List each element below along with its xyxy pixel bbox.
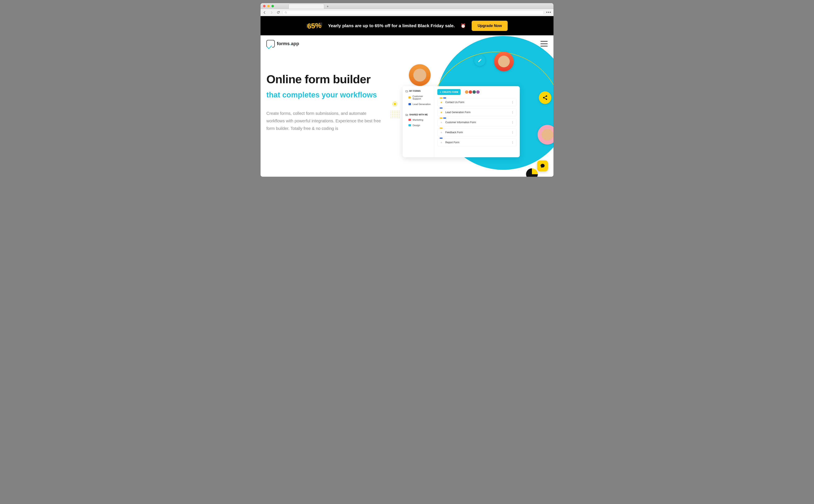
avatar xyxy=(465,90,468,94)
form-name: Contact Us Form xyxy=(445,101,464,104)
orbit-node xyxy=(393,102,397,106)
browser-window: + ••• 65% Yearly plans are up to 65% off… xyxy=(260,3,554,177)
hero-copy: Online form builder that completes your … xyxy=(266,47,398,174)
svg-point-2 xyxy=(543,97,545,98)
star-icon[interactable]: ★ xyxy=(440,121,443,124)
sidebar-section-my-forms: MY FORMS xyxy=(402,89,434,93)
browser-titlebar: + xyxy=(260,3,554,9)
app-mock-panel: MY FORMS Customer SupportLead Generation… xyxy=(402,86,520,157)
avatar xyxy=(469,90,472,94)
promo-discount-badge: 65% xyxy=(306,21,322,31)
avatar xyxy=(494,52,514,71)
form-card[interactable]: ★ Customer Information Form ⋮ xyxy=(437,118,517,126)
hero-section: Online form builder that completes your … xyxy=(260,47,554,174)
sidebar-section-label: SHARED WITH ME xyxy=(409,114,428,116)
sidebar-shared-list: MarketingDesign xyxy=(402,117,434,128)
status-bars xyxy=(440,107,443,109)
hero-subhead: that completes your workflows xyxy=(266,90,398,100)
address-bar[interactable] xyxy=(283,10,544,15)
more-options-button[interactable]: ⋮ xyxy=(511,121,514,124)
back-button[interactable] xyxy=(263,11,267,14)
hero-headline: Online form builder xyxy=(266,73,398,86)
form-list: ★ Contact Us Form ⋮ ★ Lead Generation Fo… xyxy=(437,98,517,146)
promo-text: Yearly plans are up to 65% off for a lim… xyxy=(328,23,455,28)
browser-menu-button[interactable]: ••• xyxy=(546,10,551,15)
close-window-button[interactable] xyxy=(263,5,265,7)
svg-point-0 xyxy=(285,12,287,13)
form-card[interactable]: ★ Lead Generation Form ⋮ xyxy=(437,108,517,116)
sidebar-item-label: Lead Generation xyxy=(413,103,431,105)
star-icon[interactable]: ★ xyxy=(440,141,443,144)
brand-name-prefix: forms xyxy=(277,41,289,46)
reload-button[interactable] xyxy=(276,11,280,14)
menu-button[interactable] xyxy=(541,41,548,46)
form-name: Customer Information Form xyxy=(445,121,476,124)
create-form-button[interactable]: + CREATE FORM xyxy=(437,89,461,95)
sidebar-item[interactable]: Design xyxy=(402,123,434,128)
app-sidebar: MY FORMS Customer SupportLead Generation… xyxy=(402,86,434,157)
brand-logo[interactable]: forms.app xyxy=(266,40,299,47)
browser-tab[interactable] xyxy=(288,4,324,9)
hero-illustration: MY FORMS Customer SupportLead Generation… xyxy=(398,47,554,174)
sidebar-item[interactable]: Customer Support xyxy=(402,93,434,101)
form-card[interactable]: ★ Contact Us Form ⋮ xyxy=(437,98,517,106)
create-form-label: CREATE FORM xyxy=(442,91,458,93)
status-bars xyxy=(440,128,443,129)
sidebar-section-label: MY FORMS xyxy=(409,90,421,92)
form-name: Feedback Form xyxy=(445,131,463,134)
sidebar-item[interactable]: Lead Generation xyxy=(402,101,434,107)
svg-point-1 xyxy=(546,95,547,97)
svg-point-3 xyxy=(546,98,547,100)
folder-icon xyxy=(409,119,411,121)
star-icon[interactable]: ★ xyxy=(440,131,443,134)
form-name: Report Form xyxy=(445,141,459,144)
window-controls xyxy=(263,5,274,7)
chat-launcher-button[interactable] xyxy=(537,160,548,171)
collaborator-avatars[interactable] xyxy=(464,90,481,95)
app-toolbar: + CREATE FORM xyxy=(437,89,517,95)
sidebar-item-label: Design xyxy=(413,124,420,127)
status-bars xyxy=(440,138,443,139)
browser-toolbar: ••• xyxy=(260,9,554,16)
promo-banner: 65% Yearly plans are up to 65% off for a… xyxy=(260,16,554,35)
folder-icon xyxy=(409,124,411,126)
browser-tabstrip: + xyxy=(288,3,330,9)
upgrade-now-button[interactable]: Upgrade Now xyxy=(472,21,508,31)
brand-name-suffix: app xyxy=(291,41,299,46)
edit-icon xyxy=(474,55,486,66)
more-options-button[interactable]: ⋮ xyxy=(511,131,514,134)
avatar xyxy=(473,90,476,94)
star-icon[interactable]: ★ xyxy=(440,111,443,114)
more-options-button[interactable]: ⋮ xyxy=(511,101,514,104)
maximize-window-button[interactable] xyxy=(271,5,274,7)
sidebar-item[interactable]: Marketing xyxy=(402,117,434,123)
page-content: 65% Yearly plans are up to 65% off for a… xyxy=(260,16,554,177)
sidebar-my-forms-list: Customer SupportLead Generation xyxy=(402,93,434,107)
avatar xyxy=(409,64,431,86)
app-main: + CREATE FORM ★ Contact Us Form xyxy=(434,86,520,157)
folder-outline-icon xyxy=(405,90,408,92)
form-card[interactable]: ★ Report Form ⋮ xyxy=(437,138,517,146)
share-icon xyxy=(539,91,551,104)
star-icon[interactable]: ★ xyxy=(440,101,443,104)
form-card[interactable]: ★ Feedback Form ⋮ xyxy=(437,128,517,136)
hero-body: Create forms, collect form submissions, … xyxy=(266,110,383,132)
brand-name: forms.app xyxy=(277,41,299,46)
chat-icon xyxy=(540,163,545,169)
sidebar-item-label: Customer Support xyxy=(413,95,431,100)
plus-icon: + xyxy=(440,91,441,93)
status-bars xyxy=(440,118,446,119)
alarm-clock-icon: ⏰ xyxy=(461,23,466,28)
search-icon xyxy=(284,11,287,14)
new-tab-button[interactable]: + xyxy=(325,4,330,9)
minimize-window-button[interactable] xyxy=(267,5,270,7)
svg-point-4 xyxy=(406,115,407,115)
status-bars xyxy=(440,97,446,98)
folder-icon xyxy=(409,103,411,105)
forward-button[interactable] xyxy=(269,11,273,14)
avatar xyxy=(476,90,480,94)
more-options-button[interactable]: ⋮ xyxy=(511,141,514,144)
more-options-button[interactable]: ⋮ xyxy=(511,111,514,114)
logo-mark-icon xyxy=(266,40,275,47)
folder-icon xyxy=(409,96,411,98)
